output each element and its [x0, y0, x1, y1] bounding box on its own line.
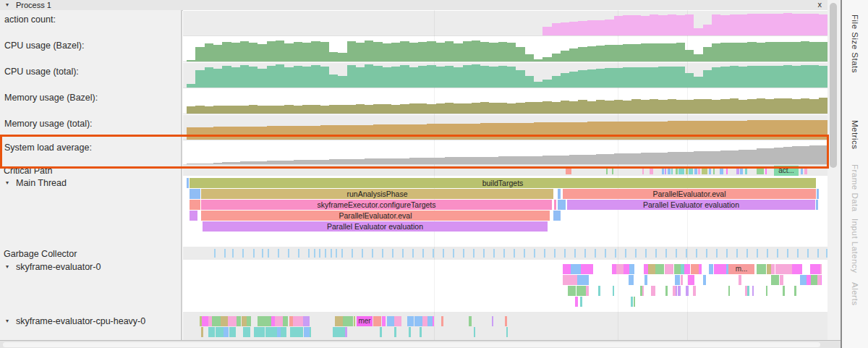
evaluator0-slice[interactable] — [686, 286, 689, 296]
cpu-heavy-slice[interactable] — [304, 327, 310, 337]
gc-tick[interactable] — [524, 249, 525, 258]
gc-tick[interactable] — [453, 249, 454, 258]
gc-tick[interactable] — [433, 249, 434, 258]
evaluator0-slice[interactable] — [676, 286, 678, 296]
counter-chart-memory-usage-total[interactable] — [187, 116, 827, 140]
gc-tick[interactable] — [402, 249, 404, 258]
cpu-heavy-slice[interactable] — [224, 327, 229, 337]
evaluator0-slice[interactable] — [648, 264, 655, 274]
gc-tick[interactable] — [278, 249, 279, 258]
gc-tick[interactable] — [352, 249, 353, 258]
cpu-heavy-labeled-slice[interactable]: mer — [357, 316, 373, 326]
gc-tick[interactable] — [308, 249, 310, 258]
gc-tick[interactable] — [767, 249, 768, 258]
evaluator0-slice[interactable] — [792, 264, 802, 274]
gc-tick[interactable] — [463, 249, 464, 258]
critical-path-tick[interactable] — [606, 166, 608, 174]
evaluator0-slice[interactable] — [776, 275, 779, 285]
gc-tick[interactable] — [253, 249, 255, 258]
gc-tick[interactable] — [288, 249, 289, 258]
evaluator0-slice[interactable] — [783, 286, 785, 296]
cpu-heavy-tick[interactable] — [474, 327, 475, 337]
gc-tick[interactable] — [645, 249, 647, 258]
evaluator0-slice[interactable] — [678, 286, 680, 296]
evaluator0-slice[interactable] — [653, 286, 656, 296]
evaluator0-slice[interactable] — [598, 286, 600, 296]
counter-chart-system-load-average[interactable] — [187, 142, 827, 164]
critical-path-tick[interactable] — [642, 166, 644, 174]
flame-slice[interactable]: skyframeExecutor.configureTargets — [201, 200, 552, 210]
horizontal-scrollbar[interactable] — [0, 340, 841, 348]
evaluator0-slice[interactable] — [644, 275, 647, 285]
evaluator0-slice[interactable] — [794, 286, 796, 296]
evaluator0-slice[interactable] — [681, 275, 683, 285]
gc-tick[interactable] — [422, 249, 424, 258]
gc-tick[interactable] — [564, 249, 566, 258]
horizontal-scrollbar-thumb[interactable] — [3, 342, 820, 347]
evaluator0-slice[interactable] — [674, 264, 681, 274]
cpu-heavy-slice[interactable] — [296, 316, 303, 326]
evaluator0-labeled-slice[interactable]: m... — [728, 264, 754, 274]
flame-slice[interactable]: ParallelEvaluator.eval — [563, 189, 816, 199]
critical-path-tick[interactable] — [804, 166, 807, 174]
gc-tick[interactable] — [817, 249, 819, 258]
gc-tick[interactable] — [797, 249, 799, 258]
critical-path-tick[interactable] — [665, 166, 666, 174]
cpu-heavy-slice[interactable] — [407, 316, 414, 326]
cpu-heavy-tick[interactable] — [420, 327, 422, 337]
evaluator0-slice[interactable] — [771, 264, 775, 274]
gc-tick[interactable] — [483, 249, 485, 258]
evaluator0-slice[interactable] — [811, 275, 817, 285]
flame-slice[interactable] — [817, 189, 819, 199]
evaluator0-slice[interactable] — [624, 264, 629, 274]
evaluator0-slice[interactable] — [775, 264, 786, 274]
critical-path-tick[interactable] — [720, 166, 723, 174]
evaluator0-slice[interactable] — [719, 264, 726, 274]
evaluator0-slice[interactable] — [709, 264, 713, 274]
critical-path-tick[interactable] — [650, 166, 653, 174]
cpu-heavy-slice[interactable] — [216, 327, 223, 337]
cpu-heavy-slice[interactable] — [505, 316, 507, 326]
evaluator0-slice[interactable] — [728, 286, 730, 296]
critical-path-tick[interactable] — [702, 166, 707, 174]
gc-tick[interactable] — [676, 249, 677, 258]
cpu-heavy-slice[interactable] — [259, 327, 265, 337]
critical-path-tick[interactable] — [709, 166, 711, 174]
cpu-heavy-slice[interactable] — [281, 327, 286, 337]
gc-tick[interactable] — [331, 249, 332, 258]
cpu-heavy-slice[interactable] — [422, 316, 427, 326]
cpu-heavy-slice[interactable] — [283, 316, 288, 326]
cpu-heavy-slice[interactable] — [296, 327, 303, 337]
evaluator0-slice[interactable] — [771, 275, 776, 285]
evaluator0-slice[interactable] — [577, 275, 589, 285]
evaluator0-slice[interactable] — [665, 264, 673, 274]
cpu-heavy-slice[interactable] — [303, 316, 310, 326]
evaluator0-slice[interactable] — [586, 286, 589, 296]
critical-path-tick[interactable] — [678, 166, 684, 174]
gc-tick[interactable] — [503, 249, 505, 258]
gc-tick[interactable] — [665, 249, 667, 258]
evaluator0-slice[interactable] — [581, 264, 590, 274]
critical-path-slice-act[interactable]: act... — [774, 166, 799, 176]
gc-tick[interactable] — [392, 249, 393, 258]
evaluator0-slice[interactable] — [693, 286, 696, 296]
cpu-heavy-tick[interactable] — [200, 316, 202, 326]
evaluator0-slice[interactable] — [616, 264, 624, 274]
cpu-heavy-slice[interactable] — [335, 316, 343, 326]
cpu-heavy-slice[interactable] — [394, 316, 401, 326]
sidebar-tab-file-size-stats[interactable]: File Size Stats — [851, 14, 859, 73]
gc-tick[interactable] — [268, 249, 269, 258]
critical-path-tick[interactable] — [757, 166, 764, 174]
cpu-heavy-slice[interactable] — [212, 316, 221, 326]
gc-tick[interactable] — [736, 249, 738, 258]
critical-path-tick[interactable] — [694, 166, 697, 174]
gc-tick[interactable] — [625, 249, 626, 258]
critical-path-tick[interactable] — [671, 166, 673, 174]
cpu-heavy-slice[interactable] — [469, 316, 472, 326]
cpu-heavy-slice[interactable] — [290, 327, 296, 337]
flame-slice[interactable] — [553, 211, 561, 221]
gc-tick[interactable] — [544, 249, 545, 258]
evaluator0-slice[interactable] — [571, 264, 581, 274]
evaluator0-slice[interactable] — [655, 264, 664, 274]
evaluator0-slice[interactable] — [821, 275, 822, 285]
